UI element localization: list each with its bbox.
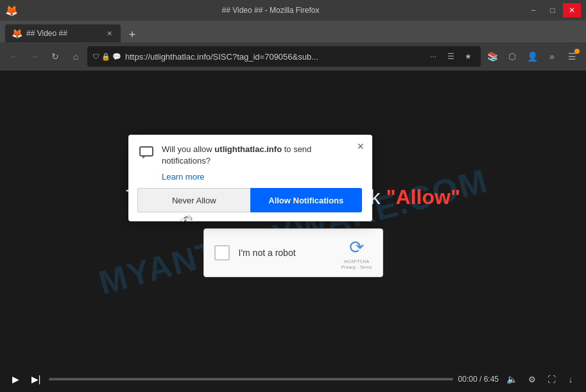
window-title: ## Video ## - Mozilla Firefox	[17, 6, 524, 15]
bookmark-button[interactable]: ★	[460, 49, 476, 64]
progress-bar[interactable]	[49, 378, 453, 380]
address-icons: 🛡 🔒 💬	[92, 53, 121, 61]
back-button[interactable]: ←	[5, 47, 23, 65]
menu-badge	[574, 49, 580, 54]
address-bar[interactable]: 🛡 🔒 💬 https://utlighthatlac.info/SISC?ta…	[87, 46, 481, 67]
menu-button[interactable]: ☰	[563, 47, 581, 65]
notification-message: Will you allow utlighthatlac.info to sen…	[162, 144, 362, 167]
titlebar-left: 🦊	[5, 4, 17, 16]
play-button[interactable]: ▶	[8, 371, 23, 387]
maximize-button[interactable]: □	[544, 3, 562, 17]
tab-favicon-icon: 🦊	[12, 28, 22, 38]
close-window-button[interactable]: ✕	[563, 3, 581, 17]
recaptcha-logo: ⟳ reCAPTCHA Privacy - Terms	[341, 237, 372, 269]
navbar: ← → ↻ ⌂ 🛡 🔒 💬 https://utlighthatlac.info…	[0, 42, 586, 71]
new-tab-button[interactable]: +	[123, 27, 141, 42]
tabbar: 🦊 ## Video ## ✕ +	[0, 21, 586, 42]
titlebar: 🦊 ## Video ## - Mozilla Firefox − □ ✕	[0, 0, 586, 21]
active-tab[interactable]: 🦊 ## Video ## ✕	[5, 24, 121, 42]
recaptcha-brand: reCAPTCHA	[344, 259, 370, 264]
home-button[interactable]: ⌂	[67, 47, 85, 65]
address-actions: ··· ☰ ★	[426, 49, 476, 64]
recaptcha-icon: ⟳	[349, 237, 364, 258]
fullscreen-button[interactable]: ⛶	[544, 371, 559, 387]
firefox-logo-icon: 🦊	[5, 4, 17, 16]
window-controls: − □ ✕	[524, 3, 581, 17]
chat-icon	[137, 144, 155, 162]
library-button[interactable]: 📚	[483, 47, 501, 65]
notif-prefix: Will you allow	[162, 144, 214, 154]
download-button[interactable]: ↓	[563, 371, 578, 387]
shield-icon: 🛡	[92, 53, 99, 60]
tab-title: ## Video ##	[26, 29, 100, 38]
notification-close-button[interactable]: ✕	[354, 140, 367, 153]
notification-popup: ✕ Will you allow utlighthatlac.info to s…	[128, 135, 372, 221]
recaptcha-privacy: Privacy - Terms	[341, 265, 372, 269]
notification-header: Will you allow utlighthatlac.info to sen…	[137, 144, 362, 167]
controls-right: ⚙ ⛶ ↓	[524, 371, 578, 387]
more-tools-button[interactable]: »	[543, 47, 561, 65]
settings-button[interactable]: ⚙	[524, 371, 540, 387]
reload-button[interactable]: ↻	[46, 47, 64, 65]
video-controls: ▶ ▶| 00:00 / 6:45 🔈 ⚙ ⛶ ↓	[0, 366, 586, 392]
next-button[interactable]: ▶|	[28, 371, 44, 387]
notification-buttons: Never Allow Allow Notifications	[137, 188, 362, 212]
tab-close-button[interactable]: ✕	[104, 28, 114, 38]
learn-more-link[interactable]: Learn more	[162, 172, 204, 182]
svg-rect-0	[140, 147, 153, 156]
recaptcha-box: I'm not a robot ⟳ reCAPTCHA Privacy - Te…	[203, 228, 383, 277]
lock-icon: 🔒	[101, 53, 110, 61]
synced-tabs-button[interactable]: ⬡	[503, 47, 521, 65]
pocket-icon[interactable]: ☰	[443, 49, 458, 64]
video-area: MYANTISPYWARE.COM To access to the video…	[0, 71, 586, 392]
notification-icon: 💬	[112, 53, 121, 61]
volume-button[interactable]: 🔈	[504, 371, 519, 387]
more-url-button[interactable]: ···	[426, 49, 441, 64]
allow-notifications-button[interactable]: Allow Notifications	[250, 188, 363, 212]
video-allow-word: "Allow"	[386, 185, 460, 209]
navbar-right: 📚 ⬡ 👤 » ☰	[483, 47, 581, 65]
forward-button[interactable]: →	[26, 47, 44, 65]
never-allow-button[interactable]: Never Allow	[137, 188, 250, 212]
url-display: https://utlighthatlac.info/SISC?tag_id=7…	[125, 52, 422, 62]
account-button[interactable]: 👤	[523, 47, 541, 65]
recaptcha-label: I'm not a robot	[239, 248, 332, 258]
minimize-button[interactable]: −	[524, 3, 542, 17]
notif-domain: utlighthatlac.info	[214, 144, 282, 154]
time-display: 00:00 / 6:45	[458, 375, 499, 384]
recaptcha-checkbox[interactable]	[214, 245, 230, 260]
